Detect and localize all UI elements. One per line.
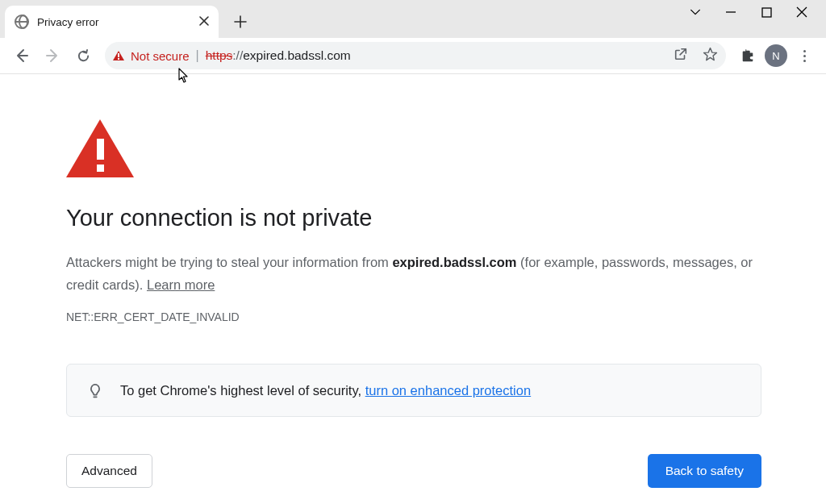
titlebar: Privacy error [0,0,826,38]
button-row: Advanced Back to safety [66,454,761,488]
learn-more-link[interactable]: Learn more [147,277,215,292]
menu-button[interactable] [791,42,818,69]
new-tab-button[interactable] [230,11,251,32]
browser-tab[interactable]: Privacy error [5,6,219,38]
window-controls [689,0,826,24]
forward-button[interactable] [39,42,66,69]
url-text: https://expired.badssl.com [206,48,351,63]
advanced-button[interactable]: Advanced [66,454,152,488]
enhanced-protection-link[interactable]: turn on enhanced protection [365,383,532,398]
share-icon[interactable] [674,47,688,65]
avatar-letter: N [772,50,779,62]
close-window-icon[interactable] [795,6,808,19]
chevron-down-icon[interactable] [689,6,702,19]
lightbulb-icon [86,382,102,398]
warning-icon [113,51,124,60]
maximize-icon[interactable] [760,6,773,19]
url-scheme-strikethrough: https [206,48,233,62]
omnibox-separator: | [196,48,199,63]
kebab-icon [796,50,812,62]
promo-text: To get Chrome's highest level of securit… [120,383,531,398]
warning-body: Attackers might be trying to steal your … [66,251,768,296]
reload-button[interactable] [69,42,97,69]
error-code: NET::ERR_CERT_DATE_INVALID [66,310,826,323]
close-tab-icon[interactable] [198,15,211,28]
enhanced-protection-promo: To get Chrome's highest level of securit… [66,364,761,417]
privacy-error-page: Your connection is not private Attackers… [0,74,826,488]
bookmark-star-icon[interactable] [703,47,718,65]
omnibox[interactable]: Not secure | https://expired.badssl.com [105,42,726,69]
tab-title: Privacy error [37,16,198,28]
back-to-safety-button[interactable]: Back to safety [648,454,761,488]
toolbar: Not secure | https://expired.badssl.com … [0,38,826,74]
globe-icon [15,15,29,29]
not-secure-label: Not secure [131,49,190,63]
warning-host: expired.badssl.com [392,255,516,269]
minimize-icon[interactable] [724,6,737,19]
warning-icon [66,119,134,177]
profile-avatar[interactable]: N [765,44,787,67]
back-button[interactable] [8,42,35,69]
not-secure-chip[interactable]: Not secure [113,49,190,63]
svg-rect-0 [762,8,771,17]
page-title: Your connection is not private [66,205,826,231]
extensions-icon[interactable] [734,42,761,69]
